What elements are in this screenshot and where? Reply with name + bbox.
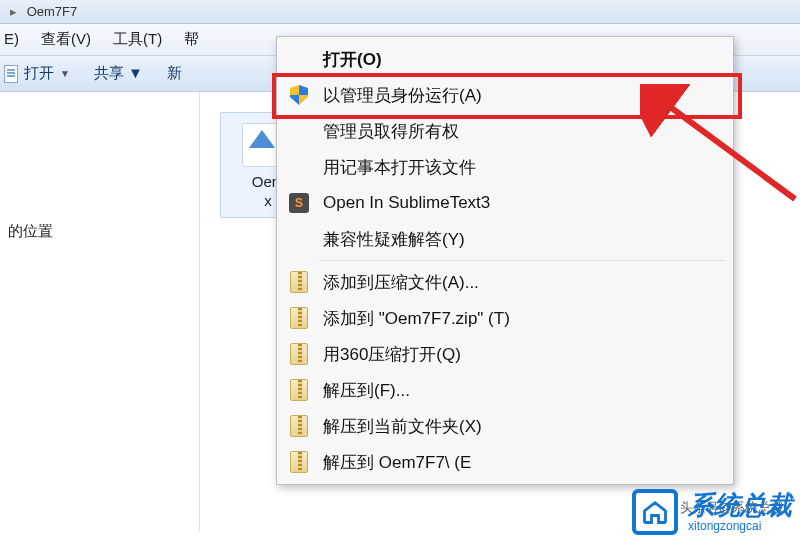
cm-open-with-notepad[interactable]: 用记事本打开该文件: [279, 149, 731, 185]
breadcrumb-separator-icon: ▸: [10, 4, 17, 19]
blank-icon: [285, 119, 313, 143]
cm-add-to-zip[interactable]: 添加到 "Oem7F7.zip" (T): [279, 300, 731, 336]
archive-icon: [285, 450, 313, 474]
cm-extract-to-folder[interactable]: 解压到 Oem7F7\ (E: [279, 444, 731, 480]
toolbar-new-label: 新: [167, 64, 182, 83]
toolbar-share[interactable]: 共享 ▼: [94, 64, 143, 83]
archive-icon: [285, 414, 313, 438]
archive-icon: [285, 270, 313, 294]
watermark-url: xitongzongcai: [688, 520, 792, 533]
blank-icon: [285, 47, 313, 71]
toolbar-share-label: 共享 ▼: [94, 64, 143, 83]
shield-icon: [285, 83, 313, 107]
blank-icon: [285, 155, 313, 179]
cm-open-in-sublime[interactable]: S Open In SublimeText3: [279, 185, 731, 221]
menu-edit[interactable]: E): [4, 30, 19, 49]
toolbar-open[interactable]: 打开 ▼: [4, 64, 70, 83]
toolbar-new[interactable]: 新: [167, 64, 182, 83]
toolbar-open-label: 打开: [24, 64, 54, 83]
archive-icon: [285, 342, 313, 366]
menu-tools[interactable]: 工具(T): [113, 30, 162, 49]
cm-add-to-archive[interactable]: 添加到压缩文件(A)...: [279, 264, 731, 300]
cm-open[interactable]: 打开(O): [279, 41, 731, 77]
breadcrumb-folder[interactable]: Oem7F7: [27, 4, 78, 19]
menu-separator: [319, 260, 725, 261]
sublime-icon: S: [285, 191, 313, 215]
watermark: 系统总裁 xitongzongcai: [632, 489, 792, 535]
archive-icon: [285, 378, 313, 402]
cm-extract-to[interactable]: 解压到(F)...: [279, 372, 731, 408]
archive-icon: [285, 306, 313, 330]
document-icon: [4, 65, 18, 83]
watermark-title: 系统总裁: [688, 491, 792, 520]
address-bar[interactable]: ▸ Oem7F7: [0, 0, 800, 24]
navigation-pane[interactable]: 的位置: [0, 92, 200, 531]
menu-help[interactable]: 帮: [184, 30, 199, 49]
blank-icon: [285, 227, 313, 251]
nav-recent-places[interactable]: 的位置: [8, 222, 53, 239]
menu-view[interactable]: 查看(V): [41, 30, 91, 49]
cm-admin-take-ownership[interactable]: 管理员取得所有权: [279, 113, 731, 149]
context-menu: 打开(O) 以管理员身份运行(A) 管理员取得所有权 用记事本打开该文件 S O…: [276, 36, 734, 485]
cm-open-with-360zip[interactable]: 用360压缩打开(Q): [279, 336, 731, 372]
watermark-logo-icon: [632, 489, 678, 535]
cm-extract-here[interactable]: 解压到当前文件夹(X): [279, 408, 731, 444]
cm-run-as-admin[interactable]: 以管理员身份运行(A): [279, 77, 731, 113]
cm-troubleshoot-compatibility[interactable]: 兼容性疑难解答(Y): [279, 221, 731, 257]
chevron-down-icon: ▼: [60, 68, 70, 79]
